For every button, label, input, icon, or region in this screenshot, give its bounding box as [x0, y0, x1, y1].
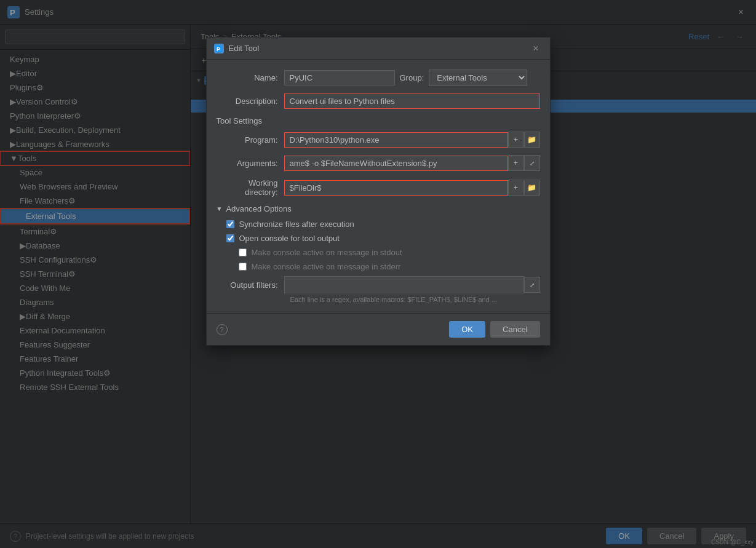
output-filters-label: Output filters: [217, 280, 284, 290]
svg-text:P: P [217, 46, 220, 52]
description-row: Description: [217, 93, 540, 109]
program-input-group: + 📁 [284, 132, 540, 148]
dialog-app-icon: P [214, 44, 224, 54]
program-label: Program: [217, 135, 284, 145]
make-active-stderr-label: Make console active on message in stderr [252, 262, 401, 271]
settings-window: P Settings × Keymap ▶ Editor Plugins [0, 0, 756, 548]
group-label-text: Group: [400, 73, 424, 82]
arguments-row: Arguments: + ⤢ [217, 155, 540, 171]
make-active-stdout-checkbox[interactable] [239, 248, 247, 256]
working-dir-add-macro-button[interactable]: + [508, 180, 524, 196]
advanced-section: ▼ Advanced Options Synchronize files aft… [217, 204, 540, 303]
arguments-label: Arguments: [217, 159, 284, 168]
arguments-expand-button[interactable]: ⤢ [524, 155, 540, 171]
program-add-macro-button[interactable]: + [508, 132, 524, 148]
dialog-footer-right: OK Cancel [449, 321, 539, 338]
working-dir-input-group: + 📁 [284, 180, 540, 196]
arguments-input-group: + ⤢ [284, 155, 540, 171]
dialog-title-bar: P Edit Tool × [207, 38, 550, 60]
watermark: CSDN @C_xxy [711, 539, 754, 546]
edit-tool-dialog: P Edit Tool × Name: Group: External Tool… [206, 37, 551, 346]
hint-text: Each line is a regex, available macros: … [290, 296, 540, 303]
group-select[interactable]: External Tools [429, 69, 527, 86]
advanced-label: Advanced Options [226, 204, 291, 213]
sync-files-row: Synchronize files after execution [226, 220, 540, 229]
name-label: Name: [217, 73, 284, 82]
dialog-title-text: Edit Tool [229, 44, 530, 53]
dialog-footer: ? OK Cancel [207, 313, 550, 345]
name-input[interactable] [284, 70, 395, 85]
working-dir-browse-button[interactable]: 📁 [524, 180, 540, 196]
arguments-input[interactable] [284, 156, 508, 171]
dialog-overlay: P Edit Tool × Name: Group: External Tool… [0, 0, 756, 548]
make-active-stdout-row: Make console active on message in stdout [239, 248, 540, 257]
advanced-toggle[interactable]: ▼ Advanced Options [217, 204, 540, 213]
output-filters-input[interactable] [284, 276, 524, 293]
open-console-row: Open console for tool output [226, 234, 540, 243]
advanced-expand-icon: ▼ [217, 205, 223, 212]
program-row: Program: + 📁 [217, 132, 540, 148]
description-input[interactable] [284, 93, 540, 109]
output-filters-expand-button[interactable]: ⤢ [524, 277, 540, 293]
make-active-stdout-label: Make console active on message in stdout [252, 248, 402, 257]
program-input[interactable] [284, 132, 508, 148]
dialog-footer-left: ? [217, 324, 233, 335]
working-dir-label: Working directory: [217, 178, 284, 197]
make-active-stderr-checkbox[interactable] [239, 263, 247, 271]
dialog-help-icon[interactable]: ? [217, 324, 228, 335]
arguments-add-macro-button[interactable]: + [508, 155, 524, 171]
dialog-body: Name: Group: External Tools Description: [207, 60, 550, 313]
tool-settings-header: Tool Settings [217, 116, 540, 125]
name-group-row: Name: Group: External Tools [217, 69, 540, 86]
working-dir-row: Working directory: + 📁 [217, 178, 540, 197]
open-console-label: Open console for tool output [239, 234, 340, 243]
program-browse-button[interactable]: 📁 [524, 132, 540, 148]
sync-files-checkbox[interactable] [226, 220, 234, 228]
working-dir-input[interactable] [284, 180, 508, 196]
name-group-container: Group: External Tools [284, 69, 528, 86]
dialog-cancel-button[interactable]: Cancel [490, 321, 539, 338]
dialog-ok-button[interactable]: OK [449, 321, 485, 338]
output-filters-row: Output filters: ⤢ [217, 276, 540, 293]
open-console-checkbox[interactable] [226, 234, 234, 242]
sync-files-label: Synchronize files after execution [239, 220, 354, 229]
description-label: Description: [217, 97, 284, 106]
make-active-stderr-row: Make console active on message in stderr [239, 262, 540, 271]
dialog-close-button[interactable]: × [529, 42, 542, 55]
